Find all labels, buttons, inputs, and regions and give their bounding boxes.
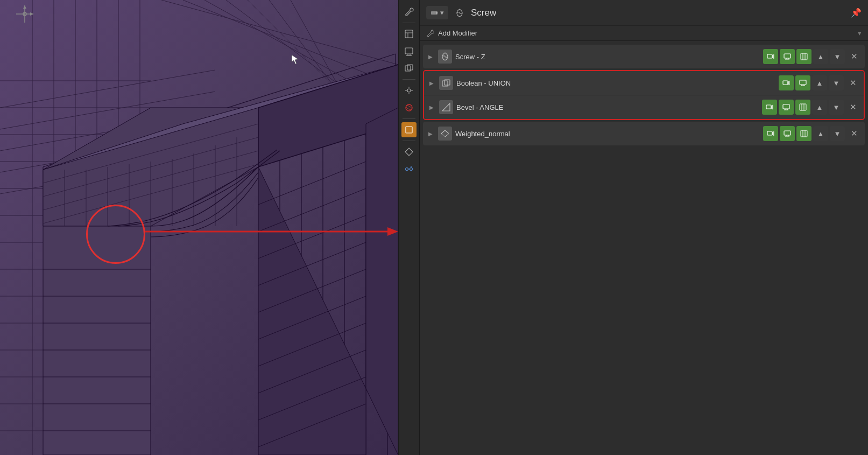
tool-render-icon[interactable] [401, 44, 417, 59]
screw-z-close-btn[interactable]: ✕ [846, 49, 862, 64]
svg-line-142 [441, 134, 445, 137]
bevel-angle-icon [439, 100, 453, 114]
panel-header: ▾ Screw 📌 [420, 0, 868, 26]
3d-viewport[interactable] [0, 0, 398, 455]
svg-marker-124 [788, 81, 789, 85]
panel-dropdown-arrow: ▾ [440, 9, 444, 17]
svg-rect-92 [405, 48, 413, 54]
screw-z-layout-btn[interactable] [796, 49, 811, 64]
svg-line-141 [445, 130, 449, 134]
boolean-union-up-btn[interactable]: ▲ [812, 75, 827, 90]
wrench-small-icon [426, 30, 434, 37]
boolean-union-down-btn[interactable]: ▼ [829, 75, 844, 90]
tool-wrench-icon[interactable] [401, 4, 417, 19]
expand-screw-z[interactable]: ▶ [426, 52, 435, 62]
svg-rect-144 [767, 131, 772, 135]
tool-drivers-icon[interactable] [401, 162, 417, 177]
screw-z-camera-btn[interactable] [763, 49, 778, 64]
screw-z-monitor-btn[interactable] [780, 49, 795, 64]
add-modifier-row[interactable]: Add Modifier ▾ [420, 26, 868, 41]
svg-marker-84 [23, 5, 26, 9]
svg-marker-113 [772, 54, 774, 59]
add-modifier-dropdown-arrow[interactable]: ▾ [858, 29, 862, 37]
modifier-row-bevel-angle[interactable]: ▶ Bevel - ANGLE [424, 95, 864, 119]
screw-z-actions: ▲ ▼ ✕ [763, 49, 862, 64]
weighted-normal-close-btn[interactable]: ✕ [846, 126, 862, 141]
weighted-normal-layout-btn[interactable] [796, 126, 811, 141]
svg-rect-146 [784, 131, 791, 135]
boolean-union-name: Boolean - UNION [456, 79, 775, 87]
cursor [291, 54, 299, 65]
screw-z-up-btn[interactable]: ▲ [813, 49, 828, 64]
boolean-union-icon [439, 76, 453, 90]
bevel-angle-up-btn[interactable]: ▲ [812, 100, 827, 115]
bevel-angle-close-btn[interactable]: ✕ [845, 100, 860, 115]
weighted-normal-actions: ▲ ▼ ✕ [763, 126, 862, 141]
tool-particles-icon[interactable] [401, 83, 417, 98]
svg-line-143 [445, 134, 449, 137]
svg-marker-86 [292, 55, 298, 64]
svg-rect-112 [767, 54, 772, 58]
svg-marker-85 [30, 12, 33, 16]
annotation-arrow [145, 225, 398, 238]
expand-bevel-angle[interactable]: ▶ [427, 102, 436, 113]
properties-toolbar [398, 0, 420, 455]
weighted-normal-camera-btn[interactable] [763, 126, 778, 141]
svg-rect-131 [766, 105, 771, 109]
screw-modifier-icon [455, 8, 464, 18]
expand-weighted-normal[interactable]: ▶ [426, 129, 435, 139]
expand-boolean-union[interactable]: ▶ [427, 78, 436, 88]
panel-menu-button[interactable]: ▾ [426, 6, 448, 19]
weighted-normal-icon [438, 127, 452, 141]
svg-marker-49 [43, 226, 151, 455]
svg-rect-89 [405, 30, 413, 38]
modifier-row-screw-z[interactable]: ▶ Screw - Z [423, 45, 865, 68]
origin-cross-icon [15, 4, 34, 24]
weighted-normal-up-btn[interactable]: ▲ [813, 126, 828, 141]
bevel-angle-name: Bevel - ANGLE [456, 103, 759, 111]
svg-line-130 [442, 107, 447, 111]
svg-rect-118 [801, 53, 807, 60]
screw-z-down-btn[interactable]: ▼ [830, 49, 845, 64]
tool-scene-icon[interactable] [401, 26, 417, 41]
svg-point-98 [407, 89, 411, 92]
screw-z-icon [438, 50, 452, 64]
tool-object-constraints-icon[interactable] [401, 122, 417, 137]
bevel-angle-layout-btn[interactable] [795, 100, 810, 115]
bevel-angle-camera-btn[interactable] [762, 100, 777, 115]
svg-rect-137 [800, 104, 806, 110]
svg-marker-132 [771, 105, 773, 109]
annotation-circle [86, 205, 145, 264]
bevel-angle-down-btn[interactable]: ▼ [829, 100, 844, 115]
properties-panel: ▾ Screw 📌 Add Modifier ▾ ▶ Screw - Z [420, 0, 868, 455]
add-modifier-label[interactable]: Add Modifier [438, 29, 858, 37]
tool-output-icon[interactable] [401, 61, 417, 76]
svg-marker-88 [387, 227, 398, 236]
weighted-normal-monitor-btn[interactable] [780, 126, 795, 141]
weighted-normal-name: Weighted_normal [455, 130, 760, 138]
svg-point-107 [410, 168, 413, 171]
modifier-row-boolean-union[interactable]: ▶ Boolean - UNION [424, 71, 864, 95]
tool-physics-icon[interactable] [401, 100, 417, 115]
bevel-angle-monitor-btn[interactable] [779, 100, 794, 115]
svg-marker-145 [772, 131, 774, 136]
boolean-union-monitor-btn[interactable] [795, 75, 810, 90]
highlight-group: ▶ Boolean - UNION [423, 70, 865, 120]
svg-rect-125 [800, 80, 806, 85]
boolean-union-actions: ▲ ▼ ✕ [779, 75, 860, 90]
svg-rect-123 [783, 81, 788, 85]
boolean-union-close-btn[interactable]: ✕ [845, 75, 860, 90]
modifier-row-weighted-normal[interactable]: ▶ Weighted_normal [423, 122, 865, 145]
svg-point-106 [406, 168, 408, 171]
boolean-union-camera-btn[interactable] [779, 75, 794, 90]
weighted-normal-down-btn[interactable]: ▼ [830, 126, 845, 141]
tool-modifiers-icon[interactable] [401, 144, 417, 159]
svg-rect-105 [406, 127, 412, 133]
svg-rect-150 [801, 130, 807, 137]
panel-title: Screw [471, 8, 844, 18]
svg-rect-133 [783, 104, 789, 109]
bevel-angle-actions: ▲ ▼ ✕ [762, 100, 860, 115]
pin-icon[interactable]: 📌 [851, 8, 862, 18]
svg-line-140 [441, 130, 445, 134]
screw-z-name: Screw - Z [455, 53, 760, 61]
